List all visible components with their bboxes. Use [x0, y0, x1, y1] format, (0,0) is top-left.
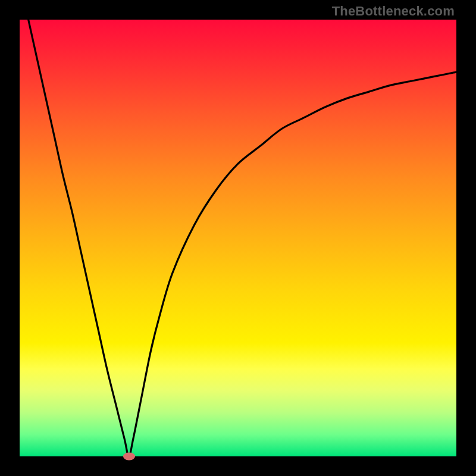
plot-area	[20, 20, 456, 456]
chart-frame: TheBottleneck.com	[0, 0, 476, 476]
minimum-marker	[123, 453, 135, 461]
attribution-text: TheBottleneck.com	[332, 4, 455, 19]
bottleneck-curve	[20, 20, 456, 456]
